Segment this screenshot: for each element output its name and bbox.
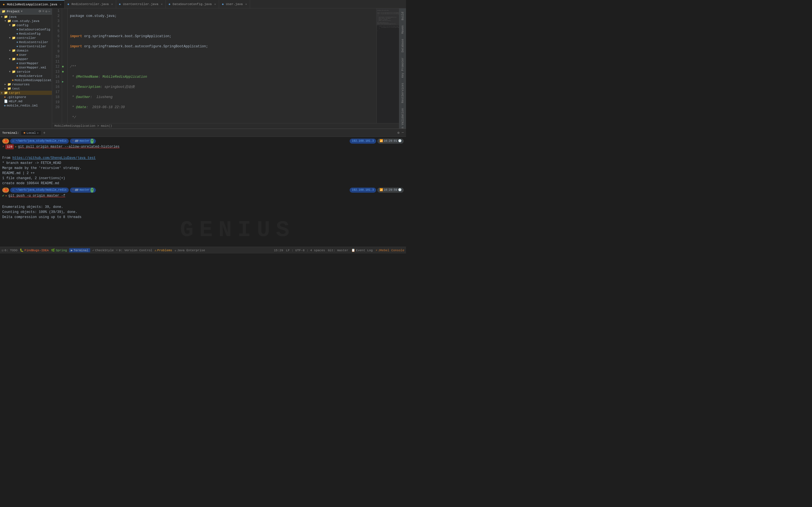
clock-icon: 🕐: [398, 138, 402, 144]
terminal-tab-close[interactable]: ✕: [37, 131, 39, 135]
right-tab-rest[interactable]: RestServices: [401, 80, 405, 105]
todo-button[interactable]: ☑ 6: TODO: [2, 248, 17, 252]
tree-usermapper[interactable]: ● UserMapper: [0, 61, 52, 65]
tree-redisconfig[interactable]: ● RedisConfig: [0, 32, 52, 36]
output-2-enum: Enumerating objects: 39, done.: [2, 205, 404, 210]
prompt-arrow-1: ▸: [15, 144, 17, 149]
tree-mobile-redis-app[interactable]: ● MobileRedisApplication: [0, 78, 52, 82]
terminal-add-button[interactable]: +: [43, 131, 45, 135]
watermark: GENIUS: [180, 228, 295, 233]
tab-close-4[interactable]: ✕: [245, 3, 247, 6]
tree-label: UserController: [19, 45, 47, 48]
code-content[interactable]: package com.study.java; import org.sprin…: [68, 8, 376, 123]
project-dropdown-icon[interactable]: ▼: [21, 10, 22, 13]
prompt-path-2: ⌂ ~/work/java_study/mobile_redis: [10, 187, 69, 193]
terminal-settings-icon[interactable]: ⚙: [398, 131, 400, 135]
cmd-line-2: ✔ ▸ git push -u origin master -f: [2, 193, 404, 198]
git-badge-2: ?: [91, 187, 94, 193]
tree-label: mobile_redis.iml: [7, 104, 38, 107]
terminal-header: Terminal: ■ Local ✕ + ⚙ —: [0, 129, 406, 137]
success-marker: ✔: [2, 193, 4, 198]
findbugs-button[interactable]: 🐛 FindBugs-IDEA: [20, 248, 49, 252]
tree-redisservice[interactable]: ● RedisService: [0, 74, 52, 78]
collapse-icon[interactable]: ≡: [42, 10, 44, 13]
output-2-blank: [2, 200, 404, 205]
expand-arrow: ▶: [1, 91, 4, 94]
tab-user-controller[interactable]: ◆ UserController.java ✕: [116, 0, 166, 8]
tree-java[interactable]: ▶ 📁 java: [0, 15, 52, 19]
terminal-label: Terminal:: [2, 131, 19, 135]
terminal-button[interactable]: ▶ Terminal: [69, 248, 90, 252]
line-numbers: 1 2 3 4 5 6 7 8 9 10 11 12 13 14 15 16 1: [52, 8, 62, 123]
branch-text-2: master: [80, 187, 90, 193]
code-line-8: * @Description: springboot启动类: [70, 84, 374, 90]
tree-iml[interactable]: ◆ mobile_redis.iml: [0, 103, 52, 108]
sync-icon[interactable]: ⟳: [39, 10, 41, 13]
checkstyle-button[interactable]: ✓ CheckStyle: [93, 248, 114, 252]
tree-label: target: [9, 91, 20, 95]
tree-config[interactable]: ▼ 📁 config: [0, 23, 52, 27]
code-line-10: * @date: 2019-06-18 22:39: [70, 105, 374, 110]
tab-close-0[interactable]: ✕: [60, 3, 61, 6]
expand-arrow: ▼: [9, 49, 12, 52]
terminal-content[interactable]: GENIUS 🍎 ⌂ ~/work/java_study/mobile_redi…: [0, 137, 406, 247]
terminal-tab-local[interactable]: ■ Local ✕: [21, 131, 41, 135]
tab-user[interactable]: ◆ User.java ✕: [219, 0, 250, 8]
tab-mobile-redis[interactable]: ◆ MobileRedisApplication.java ✕: [0, 0, 64, 8]
tree-rediscontroller[interactable]: ● RedisController: [0, 40, 52, 44]
jrebel-button[interactable]: ⚡ JRebel Console: [375, 248, 404, 252]
tree-help-md[interactable]: 📄 HELP.md: [0, 99, 52, 103]
tree-user-domain[interactable]: ● User: [0, 53, 52, 57]
tree-resources[interactable]: ▶ 📁 resources: [0, 82, 52, 87]
event-log-button[interactable]: 📋 Event Log: [351, 248, 373, 252]
java-ent-icon: ☕: [174, 248, 176, 252]
prompt-line-1: 🍎 ⌂ ~/work/java_study/mobile_redis ⑂ ᚏ m…: [2, 138, 404, 144]
spring-button[interactable]: 🌿 Spring: [51, 248, 67, 252]
tab-datasource-config[interactable]: ◆ DataSourceConfig.java ✕: [166, 0, 219, 8]
tree-test[interactable]: ▶ 📁 test: [0, 87, 52, 91]
problems-button[interactable]: ⚠ Problems: [154, 248, 172, 252]
expand-arrow: ▶: [4, 83, 7, 86]
gear-icon[interactable]: ⚙: [45, 10, 47, 13]
tree-com-study[interactable]: ▼ 📁 com.study.java: [0, 19, 52, 23]
right-tab-build[interactable]: Build: [401, 10, 405, 22]
minimap-viewport: [377, 8, 399, 25]
java-enterprise-button[interactable]: ☕ Java Enterprise: [174, 248, 205, 252]
code-line-1: package com.study.java;: [70, 13, 374, 18]
error-marker-1: ⚡: [2, 144, 4, 149]
wifi-icon: 📶: [379, 138, 383, 144]
ip-badge-2: 192.168.101.3 📶 16:29:59 🕐: [350, 187, 404, 193]
code-editor[interactable]: 1 2 3 4 5 6 7 8 9 10 11 12 13 14 15 16 1: [52, 8, 399, 123]
terminal-tab-icon: ■: [23, 131, 26, 135]
machine-icon: 🍎: [4, 138, 7, 144]
tab-close-3[interactable]: ✕: [214, 3, 216, 6]
tab-close-1[interactable]: ✕: [111, 3, 113, 6]
java-icon: ●: [16, 74, 18, 78]
version-control-button[interactable]: ⑂ 9: Version Control: [116, 249, 152, 252]
findbugs-label: FindBugs-IDEA: [24, 249, 49, 252]
minimize-icon[interactable]: —: [48, 10, 50, 13]
tree-usermapper-xml[interactable]: ▣ UserMapper.xml: [0, 65, 52, 69]
code-line-5: [70, 54, 374, 59]
folder-icon: 📁: [7, 82, 11, 86]
terminal-tab-label: Local: [27, 131, 36, 135]
git-url[interactable]: https://github.com/ShengLiuDave/java_tes…: [12, 156, 96, 160]
tree-datasourceconfig[interactable]: ● DataSourceConfig: [0, 27, 52, 32]
git-icon-1: ⑂: [72, 138, 74, 144]
right-tab-database[interactable]: Database: [401, 37, 405, 55]
tree-usercontroller[interactable]: ● UserController: [0, 44, 52, 48]
right-tab-maven[interactable]: Maven: [401, 23, 405, 36]
tree-target[interactable]: ▶ 📁 target: [0, 91, 52, 95]
prompt-machine-2: 🍎: [2, 187, 9, 193]
right-tab-bean[interactable]: Bean Validation: [401, 106, 405, 128]
tree-domain[interactable]: ▼ 📁 domain: [0, 48, 52, 53]
tree-controller[interactable]: ▼ 📁 controller: [0, 36, 52, 40]
tab-redis-controller[interactable]: ◆ RedisController.java ✕: [64, 0, 116, 8]
right-tab-key-promoter[interactable]: Key Promoter: [401, 55, 405, 80]
tree-mapper[interactable]: ▼ 📁 mapper: [0, 57, 52, 61]
tab-close-2[interactable]: ✕: [161, 3, 163, 6]
tree-gitignore[interactable]: ● .gitignore: [0, 95, 52, 99]
tree-service[interactable]: ▼ 📁 service: [0, 69, 52, 74]
spring-icon: 🌿: [51, 248, 55, 252]
terminal-minimize-icon[interactable]: —: [402, 131, 404, 135]
